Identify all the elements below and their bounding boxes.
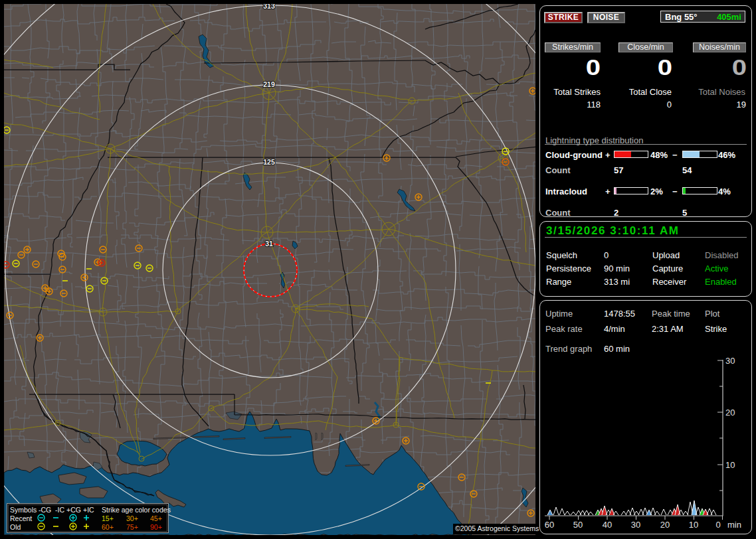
svg-text:60: 60 [545, 520, 554, 530]
svg-text:40: 40 [603, 520, 612, 530]
svg-text:50: 50 [573, 520, 583, 530]
svg-text:30: 30 [725, 356, 735, 366]
svg-text:0: 0 [715, 520, 720, 530]
svg-text:min: min [727, 520, 741, 530]
svg-text:20: 20 [660, 520, 670, 530]
svg-text:30: 30 [631, 520, 640, 530]
svg-text:10: 10 [689, 520, 698, 530]
svg-text:20: 20 [725, 408, 735, 418]
svg-text:10: 10 [725, 460, 735, 470]
